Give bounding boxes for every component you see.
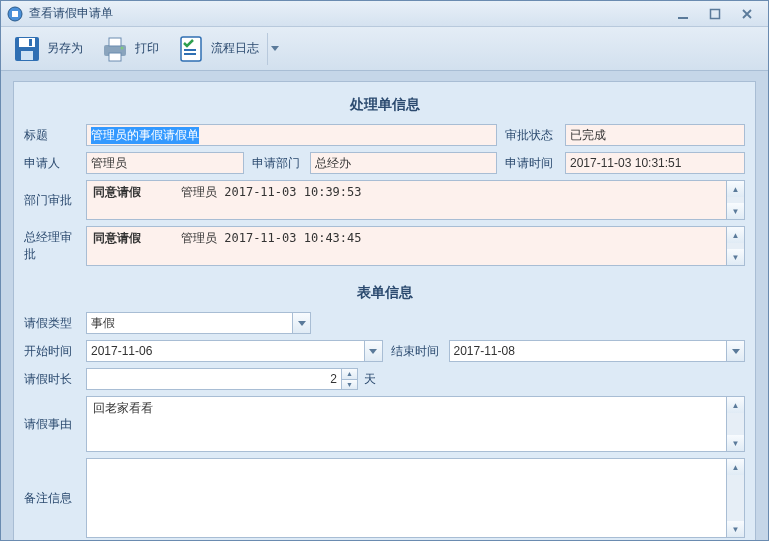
field-apply-time[interactable]: 2017-11-03 10:31:51 [565, 152, 745, 174]
label-applicant: 申请人 [24, 152, 86, 174]
svg-rect-14 [184, 53, 196, 55]
label-leave-type: 请假类型 [24, 312, 86, 334]
minimize-button[interactable] [674, 7, 692, 21]
maximize-button[interactable] [706, 7, 724, 21]
save-as-button[interactable]: 另存为 [7, 31, 91, 67]
label-apply-time: 申请时间 [505, 152, 565, 174]
field-reason[interactable]: 回老家看看 ▲ ▼ [86, 396, 745, 452]
field-dept-approval[interactable]: 同意请假 管理员 2017-11-03 10:39:53 ▲ ▼ [86, 180, 745, 220]
scroll-down-icon[interactable]: ▼ [727, 521, 744, 537]
process-log-label: 流程日志 [211, 40, 259, 57]
field-applicant[interactable]: 管理员 [86, 152, 244, 174]
content-area: 处理单信息 标题 管理员的事假请假单 审批状态 已完成 申请人 管理员 申请部门… [1, 71, 768, 540]
spin-up-icon[interactable]: ▲ [342, 369, 357, 380]
field-leave-type[interactable]: 事假 [86, 312, 311, 334]
scroll-up-icon[interactable]: ▲ [727, 397, 744, 413]
window-controls [674, 7, 762, 21]
titlebar: 查看请假申请单 [1, 1, 768, 27]
field-duration[interactable]: 2 ▲ ▼ [86, 368, 358, 390]
field-end-time[interactable]: 2017-11-08 [449, 340, 746, 362]
svg-rect-7 [29, 39, 32, 46]
window-title: 查看请假申请单 [29, 5, 674, 22]
print-icon [99, 33, 131, 65]
svg-rect-2 [678, 17, 688, 19]
svg-rect-5 [19, 38, 35, 47]
section1-title: 处理单信息 [24, 96, 745, 114]
scroll-up-icon[interactable]: ▲ [727, 181, 744, 197]
label-duration: 请假时长 [24, 368, 86, 390]
field-title[interactable]: 管理员的事假请假单 [86, 124, 497, 146]
scroll-up-icon[interactable]: ▲ [727, 227, 744, 243]
label-apply-dept: 申请部门 [252, 152, 310, 174]
label-end-time: 结束时间 [391, 340, 449, 362]
close-button[interactable] [738, 7, 756, 21]
app-window: 查看请假申请单 另存为 打印 流程日志 处理单信息 标题 管理员的事假请假单 [0, 0, 769, 541]
field-approval-status[interactable]: 已完成 [565, 124, 745, 146]
svg-rect-6 [21, 51, 33, 60]
label-title: 标题 [24, 124, 86, 146]
section2-title: 表单信息 [24, 284, 745, 302]
svg-rect-9 [109, 38, 121, 46]
label-approval-status: 审批状态 [505, 124, 565, 146]
label-start-time: 开始时间 [24, 340, 86, 362]
process-log-icon [175, 33, 207, 65]
spin-down-icon[interactable]: ▼ [342, 380, 357, 390]
scroll-up-icon[interactable]: ▲ [727, 459, 744, 475]
label-unit-day: 天 [364, 368, 376, 390]
label-remarks: 备注信息 [24, 458, 86, 538]
main-panel: 处理单信息 标题 管理员的事假请假单 审批状态 已完成 申请人 管理员 申请部门… [13, 81, 756, 540]
save-as-label: 另存为 [47, 40, 83, 57]
field-apply-dept[interactable]: 总经办 [310, 152, 497, 174]
scroll-down-icon[interactable]: ▼ [727, 435, 744, 451]
save-icon [11, 33, 43, 65]
app-icon [7, 6, 23, 22]
label-gm-approval: 总经理审批 [24, 226, 86, 266]
svg-rect-1 [12, 11, 18, 17]
dept-approval-scrollbar[interactable]: ▲ ▼ [727, 180, 745, 220]
svg-rect-10 [109, 53, 121, 61]
chevron-down-icon[interactable] [726, 341, 744, 361]
scroll-down-icon[interactable]: ▼ [727, 203, 744, 219]
toolbar: 另存为 打印 流程日志 [1, 27, 768, 71]
toolbar-split-dropdown[interactable] [267, 33, 281, 65]
chevron-down-icon[interactable] [292, 313, 310, 333]
svg-point-11 [121, 46, 124, 49]
gm-approval-scrollbar[interactable]: ▲ ▼ [727, 226, 745, 266]
process-log-button[interactable]: 流程日志 [171, 31, 267, 67]
svg-rect-3 [711, 9, 720, 18]
svg-rect-13 [184, 49, 196, 51]
scroll-down-icon[interactable]: ▼ [727, 249, 744, 265]
field-start-time[interactable]: 2017-11-06 [86, 340, 383, 362]
remarks-scrollbar[interactable]: ▲ ▼ [727, 458, 745, 538]
print-label: 打印 [135, 40, 159, 57]
print-button[interactable]: 打印 [95, 31, 167, 67]
label-dept-approval: 部门审批 [24, 180, 86, 220]
label-reason: 请假事由 [24, 396, 86, 452]
chevron-down-icon[interactable] [364, 341, 382, 361]
field-remarks[interactable]: ▲ ▼ [86, 458, 745, 538]
field-gm-approval[interactable]: 同意请假 管理员 2017-11-03 10:43:45 ▲ ▼ [86, 226, 745, 266]
reason-scrollbar[interactable]: ▲ ▼ [727, 396, 745, 452]
